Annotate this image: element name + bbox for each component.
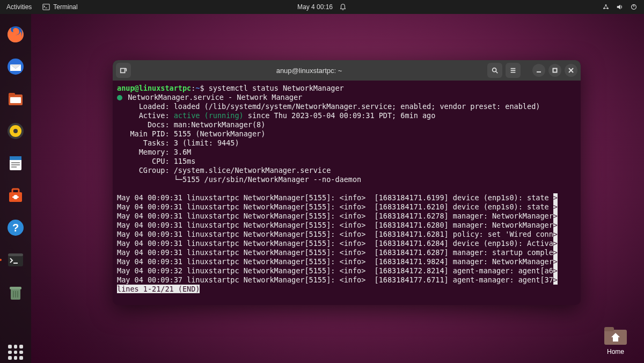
desktop-home-label: Home: [607, 348, 624, 355]
desktop-home-folder[interactable]: Home: [603, 324, 628, 355]
window-title: anup@linuxstartpc: ~: [134, 67, 484, 75]
firefox-icon[interactable]: [5, 24, 26, 45]
rhythmbox-icon[interactable]: [5, 120, 26, 142]
home-folder-icon: [603, 324, 628, 346]
clock[interactable]: May 4 00:16: [297, 3, 333, 11]
svg-rect-36: [121, 69, 125, 73]
activities-button[interactable]: Activities: [6, 3, 32, 11]
top-bar: Activities Terminal May 4 00:16: [0, 0, 644, 14]
svg-rect-17: [10, 156, 21, 160]
files-icon[interactable]: [5, 88, 26, 110]
dock: ?: [0, 14, 31, 363]
maximize-button[interactable]: [548, 64, 561, 77]
minimize-button[interactable]: [532, 64, 545, 77]
help-icon[interactable]: ?: [5, 217, 26, 238]
svg-point-15: [13, 129, 18, 133]
svg-line-40: [496, 71, 498, 74]
new-tab-button[interactable]: [116, 63, 131, 78]
terminal-indicator-icon: [42, 3, 50, 11]
terminal-window: anup@linuxstartpc: ~ anup@linuxstartpc:~…: [113, 60, 581, 305]
search-button[interactable]: [487, 63, 502, 78]
svg-rect-27: [8, 253, 23, 256]
svg-rect-30: [10, 287, 21, 289]
volume-icon[interactable]: [616, 3, 624, 11]
network-status-icon[interactable]: [602, 3, 610, 11]
terminal-body[interactable]: anup@linuxstartpc:~$ systemctl status Ne…: [113, 81, 581, 297]
software-icon[interactable]: [5, 185, 26, 206]
close-button[interactable]: [565, 64, 577, 77]
svg-rect-35: [604, 327, 614, 331]
power-icon[interactable]: [630, 3, 638, 11]
thunderbird-icon[interactable]: [5, 56, 26, 77]
app-indicator-label: Terminal: [53, 3, 77, 11]
svg-rect-11: [9, 93, 15, 96]
terminal-titlebar: anup@linuxstartpc: ~: [113, 60, 581, 81]
writer-icon[interactable]: [5, 153, 26, 174]
svg-rect-0: [43, 4, 49, 10]
svg-text:?: ?: [12, 222, 19, 234]
svg-rect-23: [12, 197, 19, 198]
svg-point-39: [493, 68, 496, 72]
trash-icon[interactable]: [5, 281, 26, 303]
menu-button[interactable]: [506, 63, 521, 78]
svg-rect-45: [553, 69, 557, 72]
app-indicator[interactable]: Terminal: [42, 3, 77, 11]
terminal-icon[interactable]: [5, 249, 26, 271]
notification-bell-icon[interactable]: [339, 3, 347, 11]
svg-rect-12: [10, 97, 21, 103]
show-applications-icon[interactable]: [5, 342, 26, 363]
